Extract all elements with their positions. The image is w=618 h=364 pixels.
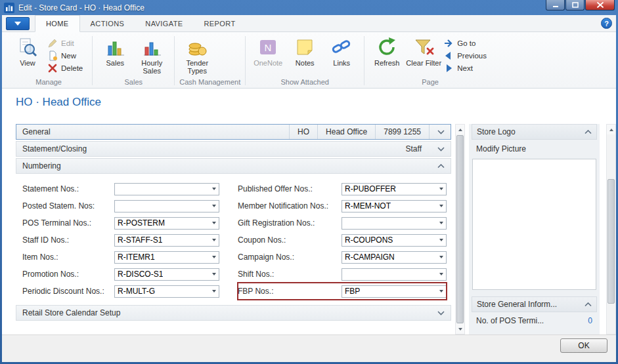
fasttab-statement-title: Statement/Closing (22, 144, 398, 153)
dropdown-arrow-icon[interactable] (439, 205, 443, 207)
field-label: Campaign Nos.: (238, 253, 342, 262)
field-label: Item Nos.: (22, 253, 114, 262)
sales-button[interactable]: Sales (97, 35, 133, 69)
field-label: Published Offer Nos.: (238, 184, 342, 193)
pos-terminals-label: No. of POS Termi... (476, 316, 588, 325)
staff-id-nos-field[interactable]: R-STAFF-S1 (114, 234, 219, 247)
statement-nos-field[interactable] (114, 183, 219, 195)
dropdown-arrow-icon[interactable] (439, 273, 443, 275)
chevron-down-icon[interactable] (437, 147, 445, 152)
chevron-down-icon[interactable] (437, 130, 445, 134)
periodic-discount-nos-field[interactable]: R-MULT-G (114, 285, 219, 298)
promotion-nos-field[interactable]: R-DISCO-S1 (114, 268, 219, 281)
scroll-down-arrow[interactable] (456, 324, 464, 334)
edit-button: Edit (46, 37, 88, 49)
minimize-button[interactable] (546, 0, 565, 10)
group-label-page: Page (365, 78, 495, 88)
factbox-store-logo-header[interactable]: Store Logo (472, 124, 597, 140)
application-menu-button[interactable] (6, 17, 30, 30)
dropdown-arrow-icon[interactable] (212, 239, 216, 241)
field-label: Posted Statem. Nos: (22, 201, 114, 211)
scroll-up-arrow[interactable] (456, 125, 464, 134)
scroll-up-arrow[interactable] (607, 125, 615, 134)
fasttab-numbering[interactable]: Numbering (16, 158, 451, 174)
help-icon[interactable]: ? (601, 18, 612, 29)
campaign-nos-field[interactable]: R-CAMPAIGN (342, 251, 447, 264)
tab-home[interactable]: HOME (35, 15, 80, 32)
item-nos-field[interactable]: R-ITEMR1 (114, 251, 219, 264)
dropdown-arrow-icon[interactable] (212, 273, 216, 275)
shift-nos-field[interactable] (342, 268, 447, 281)
dropdown-arrow-icon[interactable] (212, 290, 216, 293)
store-logo-picture (472, 159, 596, 290)
clear-filter-button[interactable]: Clear Filter (405, 35, 442, 69)
group-separator (174, 36, 175, 85)
coupon-nos-field[interactable]: R-COUPONS (342, 234, 447, 247)
pos-terminals-count[interactable]: 0 (588, 316, 592, 325)
new-button[interactable]: New (46, 49, 88, 62)
delete-button[interactable]: Delete (46, 62, 88, 74)
scrollbar-thumb[interactable] (607, 179, 615, 304)
note-icon (294, 37, 315, 58)
view-icon (17, 37, 38, 58)
fasttab-general[interactable]: General HO Head Office 7899 1255 (16, 124, 451, 140)
links-button[interactable]: Links (323, 35, 360, 69)
field-row: Published Offer Nos.: R-PUBOFFER (238, 180, 447, 197)
chevron-up-icon[interactable] (585, 302, 592, 307)
chevron-up-icon[interactable] (437, 164, 445, 169)
window-title: Edit - Store Card - HO · Head Office (18, 3, 144, 12)
next-button[interactable]: Next (442, 62, 492, 74)
pos-terminal-nos-field[interactable]: R-POSTERM (114, 217, 219, 230)
card-main-area: General HO Head Office 7899 1255 Stateme… (16, 124, 451, 334)
dropdown-arrow-icon[interactable] (212, 256, 216, 258)
dropdown-arrow-icon[interactable] (439, 188, 443, 190)
posted-statem-nos-field[interactable] (114, 200, 219, 212)
published-offer-nos-field[interactable]: R-PUBOFFER (342, 183, 447, 195)
field-label: Coupon Nos.: (238, 235, 342, 245)
dropdown-arrow-icon[interactable] (439, 290, 443, 293)
dropdown-arrow-icon[interactable] (439, 239, 443, 241)
tab-actions[interactable]: ACTIONS (80, 15, 135, 31)
fasttab-retail-store-calendar-setup[interactable]: Retail Store Calendar Setup (16, 305, 451, 321)
fasttab-calendar-title: Retail Store Calendar Setup (22, 308, 430, 317)
onenote-button: N OneNote (250, 35, 286, 69)
group-label-manage: Manage (6, 78, 91, 88)
view-button-label: View (20, 59, 35, 67)
factbox-scrollbar[interactable] (606, 124, 616, 334)
tab-report[interactable]: REPORT (194, 15, 246, 31)
modify-picture-link[interactable]: Modify Picture (472, 140, 597, 157)
dropdown-arrow-icon[interactable] (439, 256, 443, 258)
dropdown-arrow-icon[interactable] (212, 188, 216, 190)
gift-registration-nos-field[interactable] (342, 217, 447, 230)
field-row: Shift Nos.: (238, 266, 447, 283)
tab-navigate[interactable]: NAVIGATE (135, 15, 193, 31)
fasttab-numbering-title: Numbering (22, 161, 430, 171)
fbp-nos-field[interactable]: FBP (342, 285, 447, 298)
fasttab-statement-closing[interactable]: Statement/Closing Staff (16, 141, 451, 157)
summary-phone: 7899 1255 (375, 125, 430, 139)
chevron-up-icon[interactable] (585, 130, 592, 134)
dropdown-arrow-icon[interactable] (212, 205, 216, 207)
notes-button[interactable]: Notes (286, 35, 323, 69)
chain-link-icon (331, 37, 352, 58)
factbox-store-general-header[interactable]: Store General Inform... (472, 296, 597, 312)
member-notification-nos-field[interactable]: R-MEM-NOT (342, 200, 447, 212)
main-scrollbar[interactable] (455, 124, 465, 334)
hourly-sales-button[interactable]: Hourly Sales (133, 35, 170, 77)
dropdown-arrow-icon[interactable] (439, 222, 443, 224)
tender-types-button[interactable]: Tender Types (179, 35, 215, 77)
scrollbar-thumb[interactable] (456, 135, 464, 323)
refresh-button[interactable]: Refresh (368, 35, 405, 69)
previous-button[interactable]: Previous (442, 49, 492, 62)
ok-button[interactable]: OK (560, 338, 607, 353)
goto-button[interactable]: Go to (442, 37, 492, 49)
dropdown-arrow-icon[interactable] (212, 222, 216, 224)
field-label: Member Notification Nos.: (238, 201, 342, 211)
chevron-down-icon[interactable] (437, 311, 445, 315)
field-row: Member Notification Nos.: R-MEM-NOT (238, 197, 447, 214)
view-button[interactable]: View (9, 35, 46, 69)
group-label-show-attached: Show Attached (246, 78, 363, 88)
maximize-button[interactable] (565, 0, 585, 10)
page-header: HO · Head Office (2, 89, 616, 116)
close-button[interactable] (585, 0, 615, 10)
